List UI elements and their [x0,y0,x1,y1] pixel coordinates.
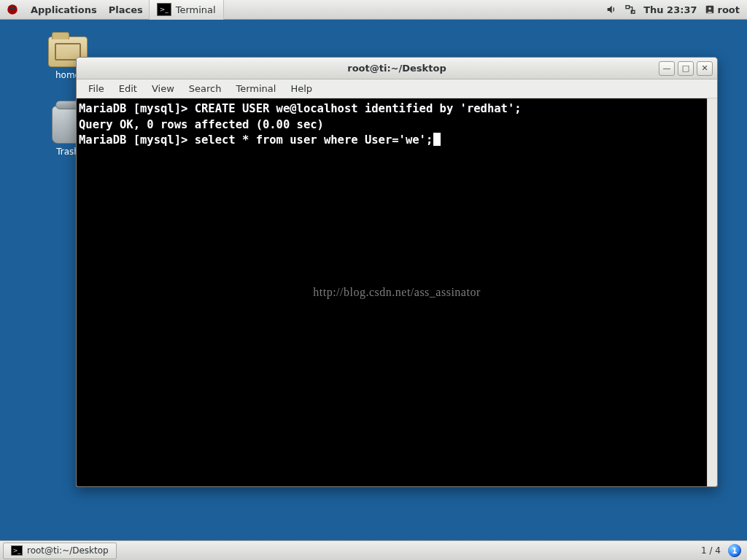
titlebar[interactable]: root@ti:~/Desktop — □ ✕ [77,58,717,79]
window-controls: — □ ✕ [659,61,713,76]
launcher-label: Terminal [176,4,216,15]
user-icon [705,4,715,15]
maximize-button[interactable]: □ [678,61,694,76]
terminal-line: MariaDB [mysql]> CREATE USER we@localhos… [79,101,715,117]
menu-help[interactable]: Help [285,82,318,96]
terminal-output[interactable]: MariaDB [mysql]> CREATE USER we@localhos… [77,98,717,486]
cursor-icon [433,133,441,146]
terminal-window: root@ti:~/Desktop — □ ✕ File Edit View S… [76,57,718,487]
terminal-line: MariaDB [mysql]> select * from user wher… [79,133,715,149]
menu-view[interactable]: View [146,82,180,96]
network-icon[interactable] [624,4,636,15]
menu-edit[interactable]: Edit [113,82,143,96]
user-menu[interactable]: root [705,4,740,15]
clock[interactable]: Thu 23:37 [643,4,697,15]
close-button[interactable]: ✕ [697,61,713,76]
window-title: root@ti:~/Desktop [77,63,717,74]
applications-menu[interactable]: Applications [25,4,103,15]
scrollbar[interactable] [707,98,717,486]
terminal-icon: >_ [11,545,23,556]
user-label: root [718,4,740,15]
workspace-indicator[interactable]: 1 [728,544,741,557]
terminal-line: Query OK, 0 rows affected (0.00 sec) [79,117,715,133]
taskbar-item-terminal[interactable]: >_ root@ti:~/Desktop [3,542,117,559]
terminal-launcher[interactable]: >_ Terminal [149,0,224,20]
bottom-panel: >_ root@ti:~/Desktop 1 / 4 1 [0,540,747,560]
menu-search[interactable]: Search [183,82,228,96]
menubar: File Edit View Search Terminal Help [77,79,717,98]
svg-rect-2 [626,6,630,9]
svg-point-5 [708,7,711,10]
distro-logo-icon [4,1,20,18]
watermark-text: http://blog.csdn.net/ass_assinator [77,284,717,300]
menu-file[interactable]: File [82,82,110,96]
minimize-button[interactable]: — [659,61,675,76]
terminal-icon: >_ [157,3,171,16]
menu-terminal[interactable]: Terminal [230,82,282,96]
svg-point-1 [9,7,16,10]
system-tray: Thu 23:37 root [605,4,747,15]
volume-icon[interactable] [605,4,617,15]
taskbar-item-label: root@ti:~/Desktop [27,545,109,556]
places-menu[interactable]: Places [103,4,149,15]
top-panel: Applications Places >_ Terminal Thu 23:3… [0,0,747,20]
workspace-pager-label: 1 / 4 [701,545,721,556]
